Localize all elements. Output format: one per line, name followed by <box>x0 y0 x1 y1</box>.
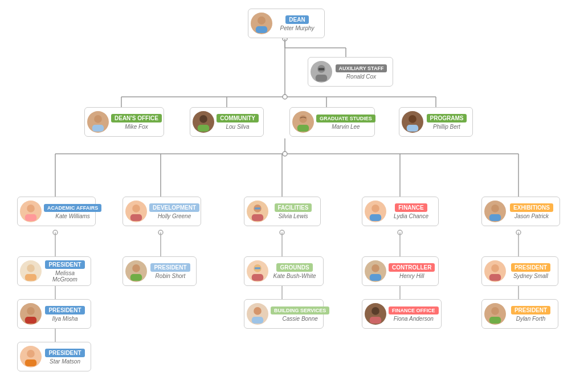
svg-rect-46 <box>92 125 104 132</box>
svg-rect-52 <box>407 125 418 132</box>
node-dean[interactable]: DEAN Peter Murphy <box>248 9 325 38</box>
node-pres-melissa[interactable]: PRESIDENT Melissa McGroom <box>17 256 91 286</box>
pres-ilya-name: Ilya Misha <box>52 316 77 322</box>
deans-office-label: DEAN'S OFFICE <box>111 114 162 122</box>
svg-rect-40 <box>256 26 267 33</box>
graduate-label: GRADUATE STUDIES <box>316 115 375 122</box>
svg-point-41 <box>258 17 266 24</box>
node-pres-sydney[interactable]: PRESIDENT Sydney Small <box>481 256 558 286</box>
auxiliary-label: AUXILIARY STAFF <box>336 64 387 72</box>
svg-point-47 <box>199 115 207 123</box>
svg-point-24 <box>158 230 163 235</box>
svg-rect-58 <box>252 214 263 221</box>
svg-rect-73 <box>252 274 263 281</box>
org-chart: DEAN Peter Murphy AUXILIARY STAFF Ronald… <box>0 0 588 17</box>
svg-point-53 <box>27 205 35 212</box>
svg-rect-80 <box>370 317 381 324</box>
pres-star-label: PRESIDENT <box>45 349 84 357</box>
node-controller[interactable]: CONTROLLER Henry Hill <box>362 256 439 286</box>
development-name: Holly Greene <box>158 213 191 219</box>
node-pres-ilya[interactable]: PRESIDENT Ilya Misha <box>17 299 91 329</box>
academic-name: Kate Williams <box>55 213 89 219</box>
svg-rect-71 <box>130 274 142 281</box>
svg-point-55 <box>132 205 140 212</box>
community-label: COMMUNITY <box>217 114 259 122</box>
svg-point-27 <box>280 230 284 235</box>
svg-rect-69 <box>25 359 36 366</box>
node-pres-star[interactable]: PRESIDENT Star Matson <box>17 342 91 371</box>
facilities-label: FACILITIES <box>275 203 312 212</box>
svg-rect-82 <box>489 274 501 281</box>
community-name: Lou Silva <box>226 124 249 130</box>
node-graduate[interactable]: GRADUATE STUDIES Marvin Lee <box>289 107 375 137</box>
svg-point-81 <box>491 264 499 272</box>
finance-office-label: FINANCE OFFICE <box>389 306 439 314</box>
svg-rect-74 <box>255 267 260 269</box>
svg-rect-78 <box>370 274 381 281</box>
node-facilities[interactable]: FACILITIES Silvia Lewis <box>244 197 321 226</box>
node-building[interactable]: BUILDING SERVICES Cassie Bonne <box>244 299 324 329</box>
pres-star-name: Star Matson <box>50 358 80 365</box>
svg-rect-76 <box>252 317 263 324</box>
svg-point-51 <box>409 115 416 123</box>
svg-rect-65 <box>25 274 36 281</box>
svg-point-66 <box>27 307 35 315</box>
building-name: Cassie Bonne <box>283 316 318 322</box>
svg-point-49 <box>299 115 307 123</box>
finance-label: FINANCE <box>395 203 427 212</box>
node-grounds[interactable]: GROUNDS Kate Bush-White <box>244 256 324 286</box>
svg-rect-43 <box>316 75 327 81</box>
svg-point-62 <box>491 205 499 212</box>
svg-rect-67 <box>25 317 36 324</box>
svg-point-18 <box>283 152 287 156</box>
node-programs[interactable]: PROGRAMS Phillip Bert <box>399 107 473 137</box>
svg-rect-63 <box>489 214 501 221</box>
academic-label: ACADEMIC AFFAIRS <box>44 204 101 212</box>
exhibitions-label: EXHIBITIONS <box>510 203 553 212</box>
svg-point-64 <box>27 264 35 272</box>
development-label: DEVELOPMENT <box>149 203 199 212</box>
building-label: BUILDING SERVICES <box>271 306 329 314</box>
node-finance-office[interactable]: FINANCE OFFICE Fiona Anderson <box>362 299 442 329</box>
svg-rect-59 <box>255 207 260 209</box>
svg-point-83 <box>491 307 499 315</box>
svg-point-75 <box>254 307 262 315</box>
programs-label: PROGRAMS <box>427 114 467 122</box>
node-community[interactable]: COMMUNITY Lou Silva <box>190 107 264 137</box>
node-pres-robin[interactable]: PRESIDENT Robin Short <box>122 256 197 286</box>
node-auxiliary[interactable]: AUXILIARY STAFF Ronald Cox <box>308 57 393 87</box>
node-deans-office[interactable]: DEAN'S OFFICE Mike Fox <box>84 107 164 137</box>
programs-name: Phillip Bert <box>433 124 460 130</box>
pres-robin-label: PRESIDENT <box>150 263 190 272</box>
graduate-name: Marvin Lee <box>332 124 360 130</box>
node-finance[interactable]: FINANCE Lydia Chance <box>362 197 439 226</box>
svg-rect-84 <box>489 317 501 324</box>
svg-rect-44 <box>318 68 324 70</box>
dean-name: Peter Murphy <box>280 25 314 31</box>
dean-label: DEAN <box>285 15 308 24</box>
svg-point-70 <box>132 264 140 272</box>
controller-name: Henry Hill <box>399 273 424 279</box>
svg-point-60 <box>371 205 379 212</box>
grounds-label: GROUNDS <box>276 263 312 272</box>
pres-ilya-label: PRESIDENT <box>45 306 84 314</box>
svg-point-10 <box>283 95 287 99</box>
pres-sydney-label: PRESIDENT <box>511 263 550 272</box>
svg-point-79 <box>371 307 379 315</box>
finance-name: Lydia Chance <box>394 213 428 219</box>
svg-rect-50 <box>297 125 309 132</box>
deans-office-name: Mike Fox <box>125 124 148 130</box>
node-development[interactable]: DEVELOPMENT Holly Greene <box>122 197 201 226</box>
svg-rect-61 <box>370 214 381 221</box>
svg-point-35 <box>516 230 521 235</box>
svg-point-45 <box>94 115 102 123</box>
node-pres-dylan[interactable]: PRESIDENT Dylan Forth <box>481 299 558 329</box>
pres-melissa-label: PRESIDENT <box>45 260 84 269</box>
auxiliary-name: Ronald Cox <box>346 73 376 80</box>
svg-point-31 <box>398 230 402 235</box>
node-academic[interactable]: ACADEMIC AFFAIRS Kate Williams <box>17 197 96 226</box>
svg-point-19 <box>53 230 58 235</box>
pres-dylan-name: Dylan Forth <box>516 316 546 322</box>
node-exhibitions[interactable]: EXHIBITIONS Jason Patrick <box>481 197 560 226</box>
pres-robin-name: Robin Short <box>156 273 186 279</box>
